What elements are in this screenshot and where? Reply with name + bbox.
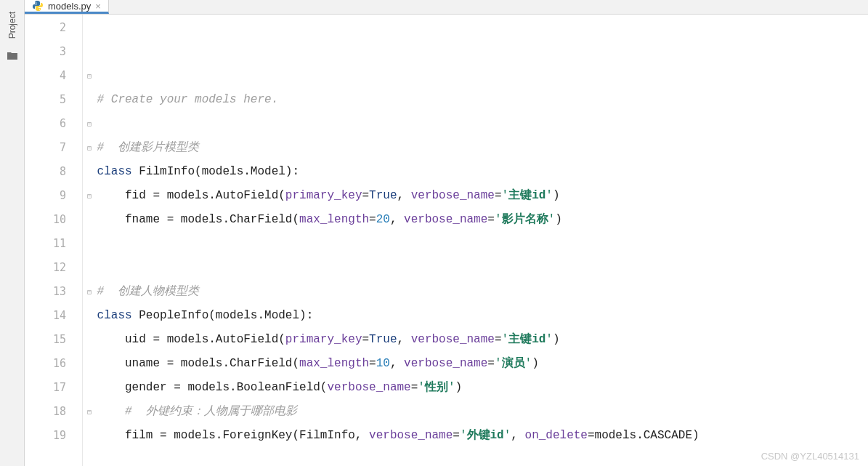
line-14: uid = models.AutoField(primary_key=True,… xyxy=(90,333,560,346)
project-sidebar[interactable]: Project xyxy=(0,0,25,466)
line-gutter: 2345678910111213141516171819 xyxy=(25,15,83,466)
line-4: # Create your models here. xyxy=(90,93,278,106)
editor-main: models.py × ✔✔ 1 ︿ 234567891011121314151… xyxy=(25,0,868,466)
line-15: uname = models.CharField(max_length=10, … xyxy=(90,357,539,370)
watermark: CSDN @YZL40514131 xyxy=(761,451,859,462)
line-6: # 创建影片模型类 xyxy=(90,141,199,154)
tab-bar: models.py × xyxy=(25,0,868,15)
line-16: gender = models.BooleanField(verbose_nam… xyxy=(90,381,462,394)
line-11 xyxy=(90,261,97,274)
line-17: # 外键约束：人物属于哪部电影 xyxy=(90,405,297,418)
line-12: # 创建人物模型类 xyxy=(90,285,199,298)
folder-icon xyxy=(7,50,18,62)
tab-filename: models.py xyxy=(48,1,91,12)
editor-area[interactable]: 2345678910111213141516171819 ⊟⊟⊟⊟⊟⊟ # Cr… xyxy=(25,15,868,466)
line-7: class FilmInfo(models.Model): xyxy=(90,165,299,178)
python-file-icon xyxy=(32,0,44,12)
line-10 xyxy=(90,237,97,250)
line-3 xyxy=(90,69,97,82)
line-2 xyxy=(90,45,97,58)
close-icon[interactable]: × xyxy=(95,1,101,12)
line-19 xyxy=(90,453,97,466)
line-13: class PeopleInfo(models.Model): xyxy=(90,309,313,322)
line-18: film = models.ForeignKey(FilmInfo, verbo… xyxy=(90,429,699,442)
tab-models-py[interactable]: models.py × xyxy=(25,0,109,14)
line-5 xyxy=(90,117,97,130)
line-9: fname = models.CharField(max_length=20, … xyxy=(90,213,562,226)
line-8: fid = models.AutoField(primary_key=True,… xyxy=(90,189,560,202)
project-tool-label[interactable]: Project xyxy=(7,7,17,43)
code-content[interactable]: # Create your models here. # 创建影片模型类 cla… xyxy=(83,15,868,466)
